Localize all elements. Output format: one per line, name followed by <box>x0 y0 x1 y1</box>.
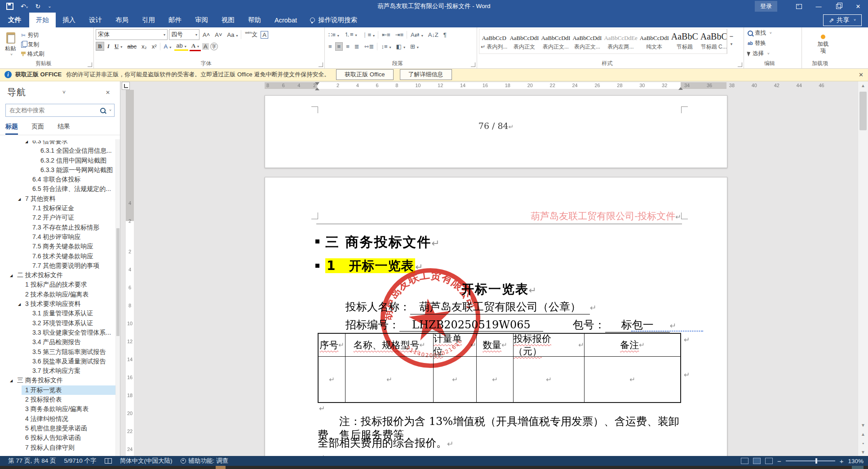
scroll-down-icon[interactable]: ▼ <box>858 420 868 429</box>
ribbon-tab[interactable]: 帮助 <box>241 13 268 27</box>
language-indicator[interactable]: 简体中文(中国大陆) <box>120 457 173 465</box>
sort-button[interactable]: A↓Z <box>426 31 440 39</box>
nav-heading-item[interactable]: 6.3.2 信用中国网站截图 <box>0 156 115 165</box>
print-layout-icon[interactable] <box>753 458 761 464</box>
vertical-ruler[interactable]: 42 246810121416182022242628 <box>126 90 134 456</box>
restore-button[interactable] <box>828 0 848 13</box>
align-right-button[interactable]: ≡ <box>344 43 351 50</box>
align-left-button[interactable]: ≡ <box>327 43 334 50</box>
ribbon-tab[interactable]: 审阅 <box>188 13 215 27</box>
close-button[interactable]: ✕ <box>848 0 868 13</box>
text-effects-button[interactable]: A▾ <box>160 43 173 50</box>
bold-button[interactable]: B <box>96 42 104 51</box>
undo-icon[interactable]: ↶˅ <box>21 3 28 9</box>
table-header-cell[interactable]: 名称、规格型号 <box>345 334 434 356</box>
customize-qat-icon[interactable]: ⌄ <box>48 4 51 9</box>
nav-heading-item[interactable]: 7.5 商务关键条款响应 <box>0 242 115 251</box>
bid-table[interactable]: 序号 名称、规格型号 计量单位 数量 投标报价（元） <box>318 333 681 403</box>
justify-button[interactable]: ≣ <box>353 43 361 50</box>
phonetic-guide-button[interactable]: wén文 <box>241 30 259 39</box>
chevron-down-icon[interactable]: ˅ <box>109 108 111 112</box>
nav-heading-item[interactable]: 3.7 技术响应方案 <box>0 366 115 376</box>
word-count[interactable]: 5/9710 个字 <box>64 457 97 465</box>
nav-heading-item[interactable]: ◢ 6.3 信誉要求 <box>0 141 115 146</box>
table-body-cell[interactable] <box>585 357 680 402</box>
ribbon-tab[interactable]: 视图 <box>215 13 241 27</box>
nav-heading-item[interactable]: 3.1 质量管理体系认证 <box>0 309 115 318</box>
nav-heading-item[interactable]: 7 投标人自律守则 <box>0 443 115 452</box>
table-body-cell[interactable] <box>477 357 514 402</box>
style-card[interactable]: AaBbCcD ↵ 表内列... <box>480 30 509 53</box>
nav-heading-item[interactable]: 3.5 第三方阻垢率测试报告 <box>0 347 115 357</box>
ribbon-tab[interactable]: 插入 <box>56 13 82 27</box>
zoom-slider-thumb[interactable] <box>815 458 817 464</box>
strikethrough-button[interactable]: abc <box>125 43 138 50</box>
change-case-button[interactable]: Aa▾ <box>226 31 240 39</box>
font-size-combo[interactable]: 四号▾ <box>169 29 199 40</box>
cut-button[interactable]: ✂剪切 <box>19 31 46 40</box>
scroll-up-icon[interactable]: ▲ <box>858 81 868 90</box>
bullets-button[interactable]: ∷≡▾ <box>327 31 341 39</box>
asian-layout-button[interactable]: A⇄▾ <box>407 31 425 39</box>
shrink-font-button[interactable]: A˅ <box>213 31 224 39</box>
nav-heading-item[interactable]: 7.1 投标保证金 <box>0 204 115 213</box>
replace-button[interactable]: ab替换 <box>746 39 800 48</box>
redo-icon[interactable]: ↻ <box>35 3 40 9</box>
nav-heading-item[interactable]: 6.4 非联合体投标 <box>0 175 115 184</box>
expand-triangle-icon[interactable]: ◢ <box>10 271 13 280</box>
paste-button[interactable]: 粘贴 ˅ <box>2 29 19 60</box>
ribbon-tab[interactable]: 设计 <box>82 13 109 27</box>
nav-tab[interactable]: 标题 <box>5 121 18 135</box>
copy-button[interactable]: 复制 <box>19 40 46 49</box>
nav-options-chevron-icon[interactable]: ˅ <box>59 89 69 96</box>
show-marks-button[interactable]: ¶ <box>442 31 448 39</box>
get-genuine-office-button[interactable]: 获取正版 Office <box>336 69 393 80</box>
line-spacing-button[interactable]: ↕≡▾ <box>377 43 393 50</box>
nav-heading-item[interactable]: 6.5 符合法律、法规规定的... <box>0 184 115 194</box>
ribbon-display-options-button[interactable] <box>789 0 809 13</box>
nav-heading-item[interactable]: 3.4 产品检测报告 <box>0 337 115 347</box>
nav-heading-item[interactable]: ◢ 3 技术要求响应资料 <box>0 299 115 309</box>
nav-heading-item[interactable]: 1 投标产品的技术要求 <box>0 280 115 289</box>
nav-heading-item[interactable]: 6.3.1 全国企业信用信息... <box>0 146 115 155</box>
italic-button[interactable]: I <box>106 42 111 50</box>
zoom-level[interactable]: 130% <box>848 458 864 465</box>
zoom-out-button[interactable]: − <box>777 457 781 465</box>
expand-triangle-icon[interactable]: ◢ <box>10 376 13 385</box>
paragraph-dialog-launcher[interactable] <box>471 62 475 67</box>
table-header-cell[interactable]: 序号 <box>319 334 345 356</box>
horizontal-ruler[interactable]: 8642 24681012141618202224262830323436384… <box>120 81 858 90</box>
style-card[interactable]: AaBbC 节标题 C... <box>700 30 727 53</box>
next-page-button[interactable]: ▼ <box>858 447 868 456</box>
style-card[interactable]: AaBbCcDdI 纯文本 <box>639 30 670 53</box>
find-button[interactable]: 查找˅ <box>746 29 800 37</box>
nav-heading-item[interactable]: ◢ 7 其他资料 <box>0 194 115 204</box>
format-painter-button[interactable]: 格式刷 <box>19 50 46 58</box>
font-name-combo[interactable]: 宋体▾ <box>96 29 168 40</box>
web-layout-icon[interactable] <box>765 458 773 464</box>
nav-heading-item[interactable]: 7.4 初步评审响应 <box>0 232 115 242</box>
nav-heading-item[interactable]: 7.3 不存在禁止投标情形 <box>0 223 115 232</box>
styles-dialog-launcher[interactable] <box>738 62 742 67</box>
table-body-cell[interactable] <box>434 357 477 402</box>
nav-heading-item[interactable]: ◢ 二 技术投标文件 <box>0 270 115 280</box>
style-card[interactable]: AaBbCcDdI 表内正文... <box>540 30 571 53</box>
nav-search-box[interactable]: ˅ <box>5 104 115 117</box>
select-button[interactable]: 选择˅ <box>746 49 800 58</box>
nav-heading-item[interactable]: 5 机密信息接受承诺函 <box>0 424 115 433</box>
subscript-button[interactable]: x₂ <box>140 43 149 50</box>
scrollbar-thumb[interactable] <box>859 92 867 130</box>
tab-stop-selector[interactable] <box>122 82 130 90</box>
nav-heading-item[interactable]: 3.3 职业健康安全管理体系... <box>0 328 115 337</box>
distribute-button[interactable]: ⇿≣ <box>363 43 376 50</box>
table-body-cell[interactable] <box>319 357 345 402</box>
read-mode-icon[interactable] <box>741 458 748 464</box>
table-body-cell[interactable] <box>514 357 585 402</box>
align-center-button[interactable]: ≡ <box>335 42 343 51</box>
page-indicator[interactable]: 第 77 页, 共 84 页 <box>8 457 56 465</box>
nav-close-icon[interactable]: ✕ <box>102 89 114 96</box>
character-border-button[interactable]: A <box>261 31 268 39</box>
enclose-characters-button[interactable]: 字 <box>210 43 218 50</box>
zoom-slider[interactable] <box>786 460 835 461</box>
ribbon-tab[interactable]: 开始 <box>29 13 56 27</box>
